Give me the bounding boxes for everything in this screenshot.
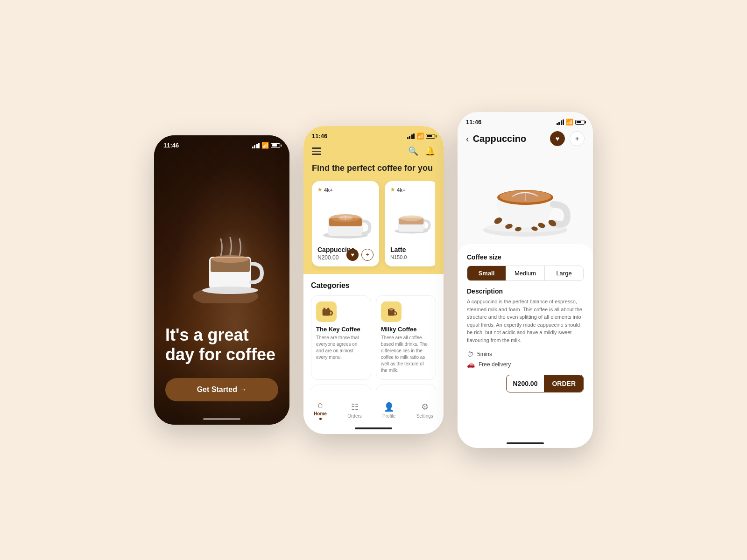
home-battery-icon	[426, 134, 435, 139]
settings-nav-icon: ⚙	[421, 402, 429, 412]
nav-item-home[interactable]: ⌂ Home	[314, 400, 327, 420]
size-large-button[interactable]: Large	[545, 266, 583, 280]
hamburger-icon[interactable]	[312, 147, 321, 155]
detail-heart-button[interactable]: ♥	[550, 131, 565, 146]
star-icon: ★	[390, 187, 395, 193]
splash-status-bar: 11:46 📶	[154, 135, 289, 153]
detail-header: ‹ Cappuccino ♥ +	[458, 129, 593, 151]
home-header: 11:46 📶	[303, 126, 444, 274]
category-name-key-coffee: The Key Coffee	[316, 326, 366, 333]
svg-rect-15	[323, 309, 331, 316]
desc-text: A cappuccino is the perfect balance of e…	[467, 298, 584, 344]
search-icon[interactable]: 🔍	[408, 146, 418, 156]
category-card-robusta[interactable]: Robusta Coffee It has a flavour that is …	[376, 385, 436, 390]
latte-image	[390, 196, 432, 242]
desc-title: Description	[467, 287, 584, 295]
coffee-card-cappuccino[interactable]: ★ 4k+	[312, 181, 379, 266]
rating-badge-latte: ★ 4k+	[390, 187, 432, 193]
category-card-milky-coffee[interactable]: Milky Coffee These are all coffee-based …	[376, 295, 436, 380]
card-name-latte: Latte	[390, 246, 432, 253]
orders-nav-icon: ☷	[351, 402, 359, 412]
category-card-key-coffee[interactable]: The Key Coffee These are those that ever…	[311, 295, 371, 380]
star-icon: ★	[317, 187, 322, 193]
home-tagline: Find the perfect coffee for you	[312, 163, 435, 174]
home-icons-right: 🔍 🔔	[408, 146, 435, 156]
coffee-cards-area: ★ 4k+	[312, 181, 435, 274]
category-card-world-coffees[interactable]: Coffees From Around the World	[311, 385, 371, 390]
detail-home-indicator	[507, 442, 544, 444]
bell-icon[interactable]: 🔔	[425, 146, 435, 156]
wifi-icon: 📶	[261, 142, 269, 149]
delivery-label: Free delivery	[479, 361, 511, 368]
detail-plus-button[interactable]: +	[570, 131, 585, 146]
detail-status-bar: 11:46 📶	[458, 112, 593, 129]
category-icon-milky-coffee	[381, 301, 402, 322]
card-plus-button-cappuccino[interactable]: +	[361, 249, 374, 261]
categories-grid: The Key Coffee These are those that ever…	[311, 295, 436, 390]
screens-container: 11:46 📶	[154, 112, 593, 448]
phone-home: 11:46 📶	[303, 126, 444, 434]
get-started-button[interactable]: Get Started →	[165, 378, 278, 401]
size-options: Small Medium Large	[467, 266, 584, 281]
home-signal-bar	[407, 133, 415, 139]
prep-time-item: ⏱ 5mins	[467, 350, 584, 358]
home-status-bar: 11:46 📶	[312, 133, 435, 140]
detail-meta: ⏱ 5mins 🚗 Free delivery	[467, 350, 584, 368]
nav-active-dot	[319, 418, 322, 420]
settings-nav-label: Settings	[416, 413, 433, 419]
nav-item-profile[interactable]: 👤 Profile	[382, 402, 395, 419]
svg-rect-17	[327, 308, 329, 310]
rating-badge-cappuccino: ★ 4k+	[317, 187, 374, 193]
back-button[interactable]: ‹	[466, 133, 469, 144]
order-bar: N200.00 ORDER	[467, 375, 584, 392]
home-nav-label: Home	[314, 411, 327, 416]
splash-home-indicator	[203, 418, 240, 420]
svg-point-14	[400, 216, 423, 221]
signal-bar-icon	[252, 143, 260, 148]
detail-time: 11:46	[466, 119, 481, 126]
category-icon-key-coffee	[316, 301, 337, 322]
category-desc-key-coffee: These are those that everyone agrees on …	[316, 335, 366, 361]
card-price-latte: N150.0	[390, 254, 432, 260]
profile-nav-icon: 👤	[384, 402, 394, 412]
detail-signal-icons: 📶	[557, 119, 585, 126]
home-indicator	[355, 427, 392, 429]
size-medium-button[interactable]: Medium	[506, 266, 544, 280]
detail-coffee-image	[474, 151, 577, 239]
home-body: Categories The Key Coffee These are thos…	[303, 274, 444, 390]
category-name-milky-coffee: Milky Coffee	[381, 326, 431, 333]
size-section-title: Coffee size	[467, 253, 584, 261]
profile-nav-label: Profile	[382, 413, 395, 419]
size-small-button[interactable]: Small	[467, 266, 506, 280]
card-heart-button-cappuccino[interactable]: ♥	[346, 249, 359, 261]
svg-point-4	[211, 255, 249, 263]
clock-icon: ⏱	[467, 350, 473, 358]
delivery-item: 🚗 Free delivery	[467, 361, 584, 368]
detail-wifi-icon: 📶	[566, 119, 573, 126]
home-signal-icons: 📶	[407, 133, 436, 140]
order-button[interactable]: ORDER	[544, 375, 583, 392]
price-tag: N200.00	[507, 375, 545, 392]
nav-item-settings[interactable]: ⚙ Settings	[416, 402, 433, 419]
cappuccino-image	[317, 196, 374, 242]
detail-body: Coffee size Small Medium Large Descripti…	[458, 244, 593, 439]
svg-point-2	[202, 287, 258, 294]
detail-actions: ♥ +	[550, 131, 585, 146]
svg-rect-16	[324, 308, 325, 310]
home-wifi-icon: 📶	[416, 133, 424, 140]
coffee-card-latte[interactable]: ★ 4k+ Latte N150.0	[385, 181, 435, 266]
bottom-nav: ⌂ Home ☷ Orders 👤 Profile ⚙ Settings	[303, 395, 444, 427]
splash-signal-icons: 📶	[252, 142, 281, 149]
detail-signal-bar	[557, 119, 564, 125]
category-desc-milky-coffee: These are all coffee-based milk drinks. …	[381, 335, 431, 374]
home-time: 11:46	[312, 133, 327, 140]
svg-point-20	[389, 309, 394, 311]
home-nav-bar: 🔍 🔔	[312, 146, 435, 156]
svg-point-36	[493, 216, 503, 225]
detail-title: Cappuccino	[469, 133, 550, 144]
splash-content: It's a great day for coffee Get Started …	[154, 325, 289, 425]
nav-item-orders[interactable]: ☷ Orders	[347, 402, 362, 419]
categories-title: Categories	[311, 281, 436, 290]
phone-detail: 11:46 📶 ‹ Cappuccino ♥ +	[458, 112, 593, 448]
delivery-icon: 🚗	[467, 361, 475, 368]
